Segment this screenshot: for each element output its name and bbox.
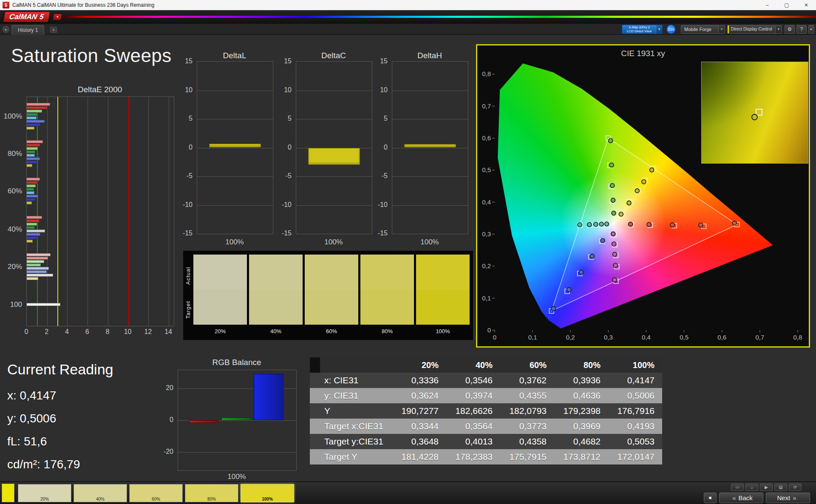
- saturation-step-button[interactable]: 40%: [74, 484, 127, 502]
- deltae-bar: [27, 195, 38, 198]
- help-button[interactable]: ?: [796, 25, 807, 34]
- chart-title: CIE 1931 xy: [477, 49, 809, 58]
- grid-line: [197, 119, 273, 119]
- chart-title: DeltaC: [296, 51, 371, 60]
- measurements-table: 20%40%60%80%100%x: CIE310,33360,35460,37…: [310, 357, 662, 464]
- target-color: [193, 290, 247, 325]
- reading-value: y: 0,5006: [7, 412, 160, 425]
- back-label: Back: [738, 494, 752, 501]
- deltac-chart: DeltaC 151050-5-10-15 100%: [277, 50, 375, 254]
- deltae-bar: [27, 226, 35, 229]
- y-tick-label: -5: [371, 172, 388, 180]
- delta-value-bar: [404, 144, 456, 147]
- meter-button[interactable]: X-Rite i1Pro 2LCD Direct View ▾: [622, 25, 663, 34]
- stop-button[interactable]: ■: [704, 493, 717, 503]
- table-cell: 182,0793: [500, 403, 554, 419]
- step-label: 100%: [241, 497, 294, 501]
- table-cell: 0,4682: [554, 434, 608, 449]
- chevron-down-icon[interactable]: ▾: [656, 25, 662, 34]
- add-tab-button[interactable]: +: [50, 27, 57, 33]
- table-cell: 0,4355: [500, 388, 554, 403]
- x-axis-label: 100%: [197, 238, 272, 246]
- panel-overflow-button[interactable]: ▸: [808, 25, 814, 34]
- play-button[interactable]: ▶: [760, 484, 773, 491]
- chevron-down-icon[interactable]: ▾: [718, 25, 725, 33]
- y-tick-label: -20: [160, 448, 173, 456]
- column-header: 20%: [392, 357, 446, 373]
- maximize-button[interactable]: ▢: [777, 0, 796, 10]
- measured-point-red: [732, 221, 737, 225]
- deltae-bar: [27, 267, 49, 270]
- color-comparison-swatch: [360, 255, 414, 325]
- back-button[interactable]: «Back: [719, 493, 763, 503]
- read-count-badge: 216: [666, 25, 676, 34]
- measured-point-yellow: [650, 168, 654, 172]
- chevron-down-icon[interactable]: ▾: [775, 25, 782, 33]
- plot-area: [197, 61, 273, 234]
- y-tick-label: -5: [275, 172, 292, 180]
- actual-color: [360, 255, 414, 290]
- history-panel-toggle[interactable]: ▸: [3, 26, 9, 33]
- table-cell: 175,7915: [500, 449, 554, 464]
- logo-text: CalMAN: [8, 13, 38, 21]
- home-button[interactable]: ⌂: [745, 484, 758, 491]
- display-control-button[interactable]: Direct Display Control ▾: [728, 25, 782, 34]
- minimize-button[interactable]: –: [757, 0, 777, 10]
- table-cell: 181,4228: [392, 449, 446, 464]
- measured-point-cyan: [594, 222, 598, 227]
- settings-button[interactable]: ⚙: [785, 25, 795, 34]
- measured-point-magenta: [612, 242, 616, 246]
- deltae-bar: [27, 229, 45, 232]
- saturation-step-button[interactable]: 100%: [241, 484, 294, 502]
- logo-menu-button[interactable]: ▾: [53, 14, 62, 20]
- deltae-bar: [27, 157, 40, 160]
- source-button[interactable]: Mobile Forge ▾: [681, 25, 725, 34]
- grid-line: [296, 91, 372, 91]
- y-axis: 151050-5-10-15: [277, 61, 293, 233]
- screen-button[interactable]: ▭: [731, 484, 744, 491]
- gear-icon: ⚙: [788, 26, 792, 32]
- deltae-bar: [27, 150, 35, 153]
- close-button[interactable]: ✕: [796, 0, 816, 10]
- deltae-bar: [27, 257, 48, 260]
- x-axis-label: 100%: [296, 238, 371, 246]
- x-tick-label: 14: [163, 328, 173, 336]
- x-tick-label: 0,6: [716, 334, 728, 341]
- deltae-bar: [27, 303, 60, 306]
- table-cell: 0,4636: [554, 388, 608, 403]
- saturation-step-button[interactable]: 60%: [129, 484, 183, 502]
- deltah-chart: DeltaH 151050-5-10-15 100%: [373, 50, 471, 254]
- y-tick-label: 10: [275, 86, 292, 94]
- actual-row-label: Actual: [185, 258, 191, 293]
- plot-area: [392, 61, 468, 234]
- grid-line: [197, 176, 273, 177]
- page-title: Saturation Sweeps: [11, 45, 172, 66]
- saturation-step-button[interactable]: 20%: [18, 484, 71, 502]
- table-gutter: [310, 373, 320, 388]
- deltae-bar: [27, 223, 37, 226]
- table-cell: 0,4147: [608, 373, 662, 388]
- x-tick-label: 4: [62, 328, 72, 336]
- logo-bar: CalMAN5 ▾: [0, 10, 816, 24]
- back-chevrons-icon: «: [732, 494, 736, 501]
- saturation-step-button[interactable]: 80%: [185, 484, 238, 502]
- rainbow-divider: [64, 16, 816, 18]
- x-tick-label: 6: [82, 328, 92, 336]
- measured-point-green: [612, 211, 616, 215]
- inset-measured-point: [751, 114, 758, 120]
- step-label: 40%: [74, 497, 127, 501]
- measured-point-cyan: [578, 223, 582, 227]
- y-axis-label: 80%: [3, 150, 22, 158]
- next-button[interactable]: Next»: [766, 493, 810, 503]
- y-axis-label: 40%: [3, 225, 22, 234]
- table-gutter: [310, 388, 320, 403]
- actual-color: [193, 255, 247, 290]
- save-button[interactable]: ▤: [774, 484, 787, 491]
- sync-button[interactable]: ⟳: [789, 484, 802, 491]
- measured-point-blue: [601, 238, 605, 243]
- x-tick-label: 0,2: [564, 334, 577, 341]
- tab-history-1[interactable]: History 1: [11, 25, 44, 35]
- deltae-2000-chart: DeltaE 2000 100%80%60%40%20%100 02468101…: [4, 85, 179, 340]
- x-axis-label: 100%: [178, 473, 296, 481]
- table-cell: 0,3624: [392, 388, 446, 403]
